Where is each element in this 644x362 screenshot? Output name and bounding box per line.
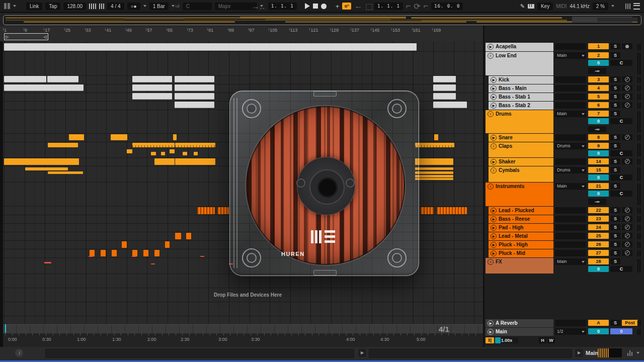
- track-row-bass-stab-2[interactable]: ▶Bass - Stab 26S: [485, 102, 644, 110]
- arm-button[interactable]: [622, 216, 632, 222]
- clip[interactable]: [47, 76, 78, 82]
- meter-chevron-icon[interactable]: [636, 352, 639, 354]
- track-name-box[interactable]: ▶Pluck - Mid: [489, 249, 553, 257]
- clip[interactable]: [165, 241, 170, 248]
- track-play-icon[interactable]: ▶: [491, 233, 497, 239]
- clip[interactable]: [433, 93, 456, 100]
- track-row-bass-reese[interactable]: ▶Bass - Reese23S: [485, 215, 644, 223]
- bar-label[interactable]: 129: [331, 28, 339, 33]
- track-name-box[interactable]: ▶Shaker: [489, 158, 553, 166]
- root-note-menu[interactable]: C: [183, 3, 212, 10]
- time-label[interactable]: 0:30: [42, 337, 51, 342]
- clip[interactable]: [175, 84, 214, 91]
- track-name-box[interactable]: ▶Bass - Stab 1: [489, 93, 553, 101]
- quantize-chevron-icon[interactable]: [172, 5, 175, 7]
- time-label[interactable]: 2:00: [147, 337, 156, 342]
- arm-button[interactable]: [622, 94, 632, 100]
- track-number-badge[interactable]: 2: [588, 52, 609, 58]
- clip[interactable]: [151, 152, 156, 155]
- bar-label[interactable]: 161: [413, 28, 421, 33]
- track-number-badge[interactable]: 24: [588, 224, 609, 230]
- arm-button[interactable]: [622, 233, 632, 239]
- clip[interactable]: [112, 250, 117, 256]
- solo-button[interactable]: S: [610, 94, 620, 100]
- track-number-badge[interactable]: 15: [588, 167, 609, 173]
- arrangement-overview[interactable]: [3, 15, 641, 25]
- track-play-icon[interactable]: ▶: [491, 225, 497, 231]
- track-name-box[interactable]: ▶Main: [486, 328, 553, 336]
- clip[interactable]: [170, 149, 175, 153]
- solo-button[interactable]: S: [610, 224, 620, 230]
- arm-button[interactable]: [622, 250, 632, 256]
- scrub-area[interactable]: [3, 324, 483, 333]
- clip[interactable]: [44, 262, 51, 263]
- clip[interactable]: [151, 263, 155, 264]
- routing-selector[interactable]: [555, 94, 586, 100]
- track-row-claps[interactable]: ≡ClapsDrums9S0C: [485, 142, 644, 157]
- volume-value[interactable]: 0: [588, 191, 609, 197]
- bar-label[interactable]: 73: [188, 28, 193, 33]
- routing-selector[interactable]: [555, 216, 586, 222]
- track-play-icon[interactable]: ▶: [491, 85, 497, 92]
- arm-button[interactable]: [622, 158, 632, 164]
- clip[interactable]: [132, 256, 136, 257]
- clip[interactable]: [437, 207, 467, 214]
- track-row-cymbals[interactable]: ≡CymbalsDrums15S0C: [485, 166, 644, 182]
- tap-tempo-button[interactable]: Tap: [45, 3, 60, 10]
- metronome-button[interactable]: ○●: [127, 3, 140, 10]
- track-row-lead-metal[interactable]: ▶Lead - Metal25S: [485, 232, 644, 240]
- bar-label[interactable]: 1: [4, 28, 7, 33]
- quantize-menu[interactable]: 1 Bar: [149, 3, 169, 10]
- group-fold-icon[interactable]: ≡: [491, 143, 497, 149]
- clip[interactable]: [161, 152, 165, 155]
- clip[interactable]: [433, 76, 456, 82]
- track-row-bass-stab-1[interactable]: ▶Bass - Stab 15S: [485, 93, 644, 101]
- key-map-button[interactable]: Key: [537, 3, 553, 10]
- punch-out-icon[interactable]: ⌐: [424, 2, 428, 11]
- routing-chevron-icon[interactable]: [582, 55, 585, 57]
- track-number-badge[interactable]: 5: [588, 94, 609, 100]
- bar-label[interactable]: 105: [270, 28, 277, 33]
- volume-db-value[interactable]: -∞: [588, 126, 606, 132]
- routing-selector[interactable]: Main: [555, 52, 586, 59]
- track-name-box[interactable]: ≡Drums: [486, 110, 553, 133]
- pan-value[interactable]: C: [610, 174, 632, 180]
- nudge-up-icon[interactable]: [99, 4, 104, 9]
- pan-value[interactable]: C: [610, 118, 632, 124]
- pan-value[interactable]: C: [610, 191, 632, 197]
- status-field-left[interactable]: [45, 349, 354, 358]
- volume-value[interactable]: 0: [588, 118, 609, 124]
- loop-length-display[interactable]: 16. 0. 0: [431, 3, 463, 10]
- routing-selector[interactable]: Drums: [555, 143, 586, 149]
- track-play-icon[interactable]: ▶: [491, 77, 497, 83]
- volume-value[interactable]: 0: [588, 174, 609, 180]
- volume-db-value[interactable]: -∞: [588, 199, 606, 205]
- clip[interactable]: [175, 143, 215, 147]
- arm-button[interactable]: [622, 76, 632, 82]
- time-label[interactable]: 1:00: [77, 337, 86, 342]
- group-fold-icon[interactable]: ≡: [488, 53, 494, 59]
- clip[interactable]: [132, 76, 172, 82]
- clip[interactable]: [154, 250, 159, 256]
- post-toggle[interactable]: Post: [622, 320, 638, 326]
- play-button[interactable]: [305, 3, 310, 9]
- bar-label[interactable]: 137: [352, 28, 359, 33]
- routing-selector[interactable]: 1/2: [555, 328, 586, 335]
- track-play-icon[interactable]: ▶: [491, 159, 497, 165]
- clip[interactable]: [175, 158, 215, 165]
- routing-selector[interactable]: [555, 250, 586, 256]
- w-zoom-button[interactable]: W: [547, 337, 555, 343]
- clip[interactable]: [434, 134, 438, 140]
- bar-label[interactable]: 49: [127, 28, 132, 33]
- track-name-box[interactable]: ▶Lead - Metal: [489, 232, 553, 240]
- menu-hamburger-icon[interactable]: [633, 3, 640, 10]
- clip[interactable]: [200, 256, 204, 257]
- track-number-badge[interactable]: 3: [588, 76, 609, 82]
- cpu-chevron-icon[interactable]: [611, 5, 614, 7]
- track-number-badge[interactable]: A: [588, 320, 609, 326]
- clip[interactable]: [415, 171, 453, 174]
- speed-value[interactable]: 1.00x: [495, 337, 518, 343]
- solo-button[interactable]: S: [610, 85, 620, 91]
- track-number-badge[interactable]: 23: [588, 216, 609, 222]
- solo-button[interactable]: S: [610, 167, 620, 173]
